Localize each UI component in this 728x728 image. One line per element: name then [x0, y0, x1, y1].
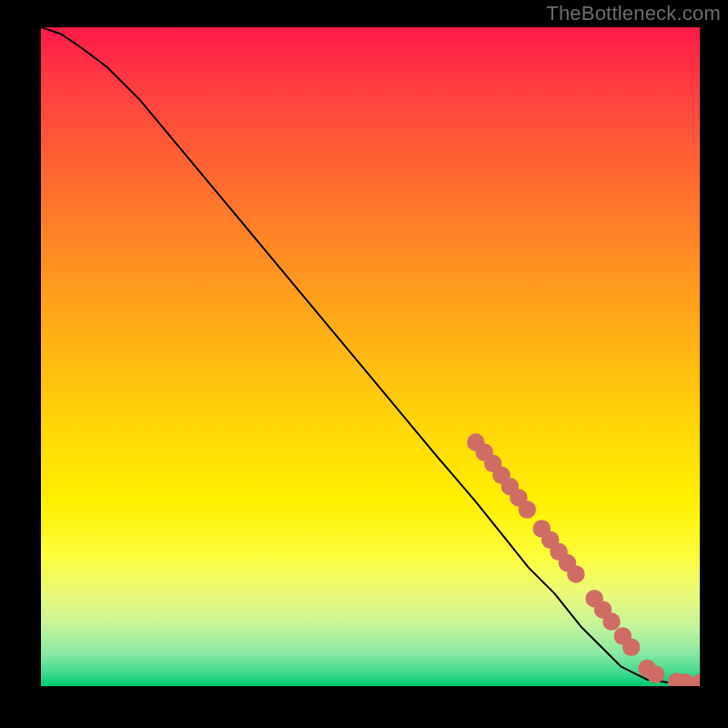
bottleneck-curve: [41, 27, 700, 682]
curve-marker: [519, 500, 537, 519]
plot-area: [41, 27, 700, 686]
chart-svg: [41, 27, 700, 686]
curve-marker: [602, 612, 621, 631]
curve-marker: [567, 565, 585, 583]
curve-marker: [622, 639, 641, 657]
chart-frame: TheBottleneck.com: [0, 0, 728, 728]
curve-marker: [691, 674, 700, 686]
marker-group: [467, 433, 700, 686]
attribution-text: TheBottleneck.com: [546, 2, 721, 25]
curve-marker: [647, 665, 665, 683]
